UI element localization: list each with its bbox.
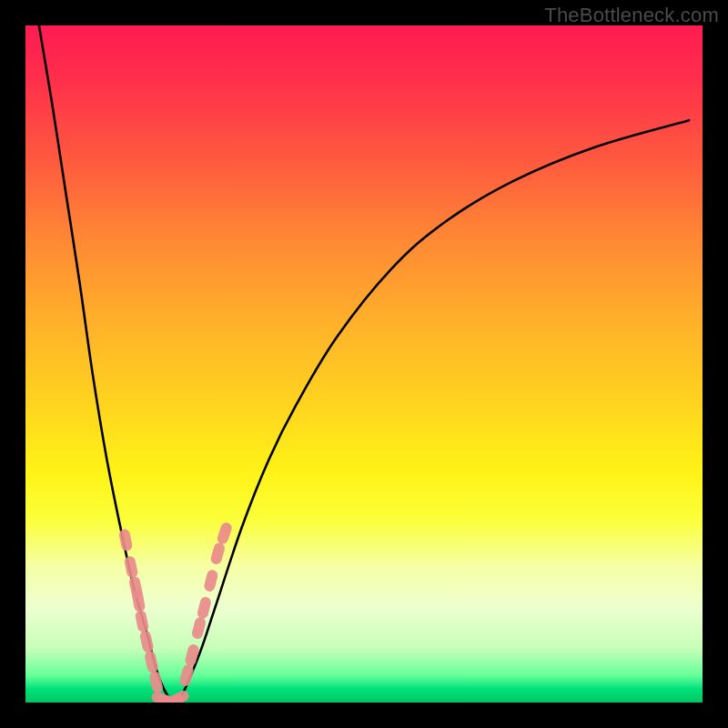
curve-marker (131, 590, 146, 613)
curve-layer (25, 25, 703, 703)
curve-marker (184, 643, 200, 667)
curve-marker (144, 650, 159, 673)
curve-marker (203, 569, 218, 592)
curve-marker (191, 616, 207, 640)
marker-layer (118, 521, 233, 703)
chart-frame: TheBottleneck.com (0, 0, 728, 728)
curve-marker (197, 596, 213, 620)
curve-marker (209, 541, 226, 565)
plot-area (25, 25, 703, 703)
curve-marker (167, 689, 191, 703)
watermark-text: TheBottleneck.com (544, 4, 719, 27)
curve-marker (124, 555, 139, 579)
curve-marker (118, 528, 133, 551)
curve-marker (139, 630, 155, 653)
curve-marker (178, 663, 195, 687)
curve-marker (148, 671, 164, 694)
curve-marker (135, 610, 149, 633)
curve-marker (216, 521, 233, 546)
